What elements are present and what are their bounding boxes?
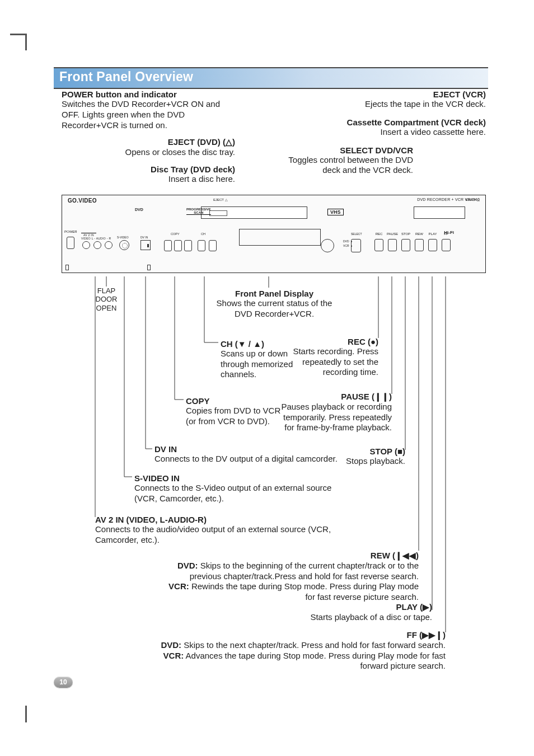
ch-up-button [209, 240, 217, 251]
callout-select: SELECT DVD/VCR Toggles control between t… [284, 145, 486, 176]
callout-av2: AV 2 IN (VIDEO, L-AUDIO-R) Connects to t… [95, 515, 341, 546]
copy-vcr-button [184, 240, 192, 251]
ff-button [442, 239, 451, 251]
pause-button [388, 239, 397, 251]
callout-desc: Starts recording. Press repeatedly to se… [274, 346, 378, 378]
rew-button [415, 239, 424, 251]
callout-eject-vcr: EJECT (VCR) Ejects the tape in the VCR d… [284, 90, 486, 110]
callout-desc: Shows the current status of the DVD Reco… [213, 298, 336, 320]
callout-pause: PAUSE (❙❙) Pauses playback or recording … [272, 392, 392, 433]
callout-play: PLAY (▶) Starts playback of a disc or ta… [274, 602, 432, 623]
callout-front-display: Front Panel Display Shows the current st… [213, 289, 336, 320]
brand-logo-text: GO.VIDEO [68, 198, 97, 204]
callout-stop: STOP (■) Stops playback. [325, 447, 405, 467]
crop-mark [25, 706, 27, 722]
page-title: Front Panel Overview [59, 69, 483, 84]
callout-rec: REC (●) Starts recording. Press repeated… [274, 337, 378, 378]
av2-audio-l-jack [93, 241, 101, 249]
callout-heading: S-VIDEO IN [134, 473, 347, 483]
callout-heading: SELECT DVD/VCR [284, 145, 413, 155]
power-button [67, 237, 74, 249]
progressive-scan-label: PROGRESSIVE SCAN [186, 208, 211, 215]
callout-cassette: Cassette Compartment (VCR deck) Insert a… [284, 118, 486, 138]
callout-power: POWER button and indicator Switches the … [62, 90, 235, 130]
vcr-label: VCR: [163, 651, 184, 660]
jog-dial [321, 239, 334, 252]
callout-desc: Connects to the audio/video output of an… [95, 524, 341, 546]
dv-in-jack [140, 240, 151, 250]
flap-hinge-right [147, 265, 151, 270]
callout-desc: Connects to the DV output of a digital c… [154, 454, 345, 464]
power-label: POWER [64, 230, 77, 233]
callout-desc: DVD: Skips to the next chapter/track. Pr… [157, 640, 446, 672]
callout-svideo: S-VIDEO IN Connects to the S-Video outpu… [134, 473, 347, 504]
vcr-label: VCR: [168, 581, 189, 591]
page-content: POWER button and indicator Switches the … [62, 90, 486, 702]
av2-audio-r-jack [105, 241, 113, 249]
callout-heading: COPY [186, 396, 287, 406]
stop-button [401, 239, 410, 251]
select-button [351, 239, 361, 252]
callout-desc: Insert a disc here. [62, 174, 235, 185]
callout-heading: REW (❙◀◀) [168, 551, 419, 561]
callout-heading: AV 2 IN (VIDEO, L-AUDIO-R) [95, 515, 341, 524]
vcr-desc: Rewinds the tape during Stop mode. Press… [189, 581, 419, 602]
svideo-label: S-VIDEO [117, 236, 129, 239]
callout-ff: FF (▶▶❙) DVD: Skips to the next chapter/… [157, 630, 446, 672]
vhs-logo: VHS [327, 209, 344, 215]
callout-heading: DV IN [154, 444, 345, 454]
section-title-bar: Front Panel Overview [54, 67, 488, 89]
dv-in-label: DV IN [140, 236, 148, 239]
svideo-jack [119, 240, 129, 250]
callout-rew: REW (❙◀◀) DVD: Skips to the beginning of… [168, 551, 419, 603]
crop-mark [10, 34, 27, 35]
callout-heading: EJECT (DVD) (△) [62, 137, 235, 147]
play-label: PLAY [427, 232, 438, 236]
select-label: SELECT [351, 232, 362, 236]
callout-desc: Ejects the tape in the VCR deck. [284, 99, 486, 110]
dvd-rw-logo: DVD [135, 208, 143, 212]
pause-label: PAUSE [387, 232, 398, 236]
callout-heading: POWER button and indicator [62, 90, 235, 99]
rec-button [374, 239, 383, 251]
callout-heading: Cassette Compartment (VCR deck) [284, 118, 486, 127]
callout-desc: Pauses playback or recording temporarily… [272, 402, 392, 433]
callout-dvin: DV IN Connects to the DV output of a dig… [154, 444, 345, 464]
callout-copy: COPY Copies from DVD to VCR (or from VCR… [186, 396, 287, 427]
dvd-label: DVD: [161, 640, 181, 650]
callout-flap-open: FLAP DOOR OPEN [88, 287, 124, 313]
eject-dvd-label: EJECT △ [213, 198, 228, 201]
ch-label: CH [201, 232, 205, 236]
callout-heading: Front Panel Display [213, 289, 336, 298]
callout-desc: Connects to the S-Video output of an ext… [134, 483, 347, 504]
callout-desc: Starts playback of a disc or tape. [274, 612, 432, 623]
ff-label: FF [441, 232, 452, 236]
callout-heading: PLAY (▶) [274, 602, 432, 612]
dvd-label: DVD: [177, 561, 198, 570]
callout-desc: Insert a video cassette here. [284, 127, 486, 138]
eject-vcr-label: EJECT △ [465, 198, 480, 201]
front-display-placeholder [239, 229, 321, 246]
callout-heading: EJECT (VCR) [284, 90, 486, 99]
top-callouts: POWER button and indicator Switches the … [62, 90, 486, 191]
callout-desc: Switches the DVD Recorder+VCR ON and OFF… [62, 99, 235, 130]
callout-desc: DVD: Skips to the beginning of the curre… [168, 561, 419, 603]
callout-desc: Toggles control between the DVD deck and… [284, 155, 413, 176]
callout-eject-dvd: EJECT (DVD) (△) Opens or closes the disc… [62, 137, 235, 158]
bottom-callouts: FLAP DOOR OPEN Front Panel Display Shows… [62, 276, 486, 702]
dvd-desc: Skips to the beginning of the current ch… [190, 561, 419, 581]
callout-disc-tray: Disc Tray (DVD deck) Insert a disc here. [62, 165, 263, 185]
ch-down-button [198, 240, 205, 251]
vcr-cassette-door [414, 206, 465, 219]
stop-label: STOP [400, 232, 411, 236]
callout-heading: REC (●) [274, 337, 378, 346]
front-panel-diagram: GO.VIDEO DVD RECORDER + VCR VR4940 EJECT… [62, 195, 486, 273]
callout-desc: Opens or closes the disc tray. [62, 147, 235, 158]
play-button [428, 239, 437, 251]
callout-heading: FF (▶▶❙) [157, 630, 446, 640]
flap-hinge-left [65, 265, 69, 270]
copy-indicator [174, 240, 182, 251]
vcr-desc: Advances the tape during Stop mode. Pres… [184, 651, 446, 671]
av2-video-jack [82, 241, 90, 249]
copy-dvd-button [164, 240, 172, 251]
